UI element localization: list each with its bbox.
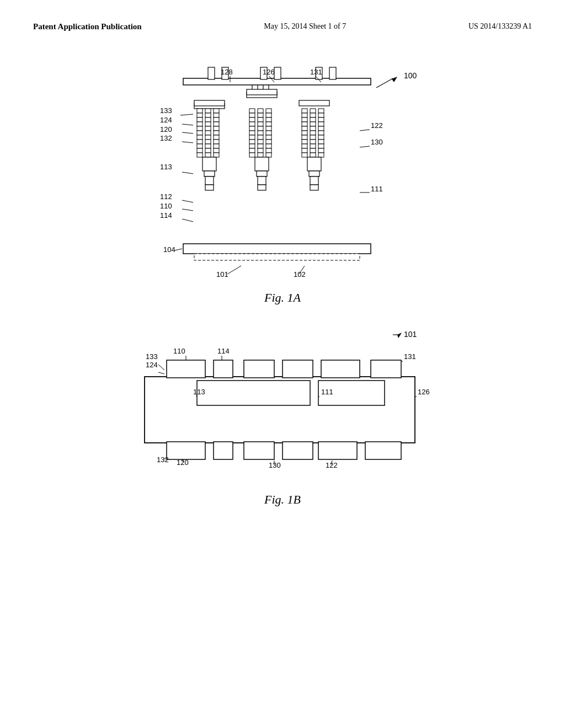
svg-rect-109 [318, 135, 324, 140]
svg-line-143 [180, 114, 193, 115]
svg-line-10 [175, 249, 182, 250]
svg-rect-84 [266, 153, 271, 157]
svg-rect-176 [214, 442, 233, 459]
svg-rect-92 [302, 113, 307, 117]
svg-text:101: 101 [216, 270, 228, 279]
svg-text:114: 114 [217, 347, 230, 355]
svg-text:131: 131 [404, 352, 416, 361]
svg-rect-43 [205, 153, 211, 157]
svg-rect-130 [274, 67, 281, 79]
figure-1b: 133 124 110 114 131 126 113 [111, 344, 454, 487]
svg-text:124: 124 [160, 116, 172, 124]
svg-rect-37 [205, 144, 211, 148]
svg-rect-48 [205, 185, 214, 190]
svg-rect-47 [205, 176, 214, 185]
svg-line-161 [360, 130, 370, 131]
svg-text:113: 113 [193, 388, 205, 396]
svg-rect-35 [214, 140, 219, 144]
svg-rect-72 [266, 135, 271, 140]
svg-rect-173 [197, 381, 310, 405]
svg-rect-46 [204, 171, 215, 176]
svg-rect-62 [258, 122, 263, 126]
svg-rect-117 [310, 148, 316, 153]
svg-line-184 [158, 372, 164, 374]
svg-rect-22 [205, 122, 211, 126]
svg-rect-20 [214, 117, 219, 122]
fig1b-caption: Fig. 1B [264, 493, 301, 507]
svg-text:112: 112 [160, 192, 172, 201]
svg-text:132: 132 [157, 456, 169, 464]
svg-rect-4 [194, 254, 360, 260]
svg-rect-73 [249, 140, 255, 144]
svg-rect-53 [258, 109, 263, 113]
patent-label: Patent Application Publication [33, 22, 142, 31]
figure-1a: 100 101 102 104 [111, 48, 454, 285]
svg-rect-135 [299, 100, 329, 106]
svg-rect-76 [249, 144, 255, 148]
svg-rect-57 [266, 113, 271, 117]
svg-rect-169 [244, 360, 274, 378]
svg-rect-93 [310, 113, 316, 117]
svg-text:120: 120 [177, 458, 189, 467]
svg-rect-171 [321, 360, 360, 378]
svg-rect-124 [310, 176, 318, 185]
svg-line-182 [158, 365, 164, 370]
svg-rect-56 [258, 113, 263, 117]
svg-rect-83 [258, 153, 263, 157]
svg-rect-107 [302, 135, 307, 140]
svg-rect-58 [249, 117, 255, 122]
svg-rect-98 [302, 122, 307, 126]
svg-rect-74 [258, 140, 263, 144]
svg-rect-78 [266, 144, 271, 148]
svg-rect-54 [266, 109, 271, 113]
svg-line-153 [182, 200, 193, 202]
svg-rect-110 [302, 140, 307, 144]
svg-rect-106 [318, 131, 324, 135]
svg-rect-41 [214, 148, 219, 153]
svg-rect-69 [266, 131, 271, 135]
svg-rect-67 [249, 131, 255, 135]
svg-rect-94 [318, 113, 324, 117]
svg-rect-102 [310, 126, 316, 131]
svg-rect-81 [266, 148, 271, 153]
svg-rect-172 [371, 360, 401, 378]
svg-text:120: 120 [160, 125, 172, 133]
svg-text:102: 102 [294, 270, 306, 279]
svg-rect-115 [318, 144, 324, 148]
svg-rect-39 [197, 148, 202, 153]
svg-rect-120 [310, 153, 316, 157]
svg-rect-28 [205, 131, 211, 135]
svg-text:110: 110 [173, 347, 185, 355]
svg-rect-38 [214, 144, 219, 148]
svg-line-1 [376, 80, 390, 88]
svg-line-157 [182, 219, 193, 222]
svg-rect-116 [302, 148, 307, 153]
svg-rect-90 [310, 109, 316, 113]
svg-rect-178 [282, 442, 313, 459]
svg-rect-101 [302, 126, 307, 131]
svg-rect-82 [249, 153, 255, 157]
svg-rect-125 [310, 185, 318, 190]
svg-rect-170 [282, 360, 313, 378]
svg-rect-113 [302, 144, 307, 148]
svg-rect-79 [249, 148, 255, 153]
svg-rect-3 [183, 244, 371, 254]
svg-rect-42 [197, 153, 202, 157]
svg-rect-26 [214, 126, 219, 131]
svg-rect-12 [197, 109, 202, 113]
svg-rect-18 [197, 117, 202, 122]
svg-line-155 [182, 209, 193, 211]
svg-rect-61 [249, 122, 255, 126]
svg-rect-21 [197, 122, 202, 126]
svg-line-149 [182, 142, 193, 143]
svg-rect-111 [310, 140, 316, 144]
svg-rect-45 [202, 157, 216, 171]
svg-rect-91 [318, 109, 324, 113]
svg-rect-44 [214, 153, 219, 157]
svg-rect-68 [258, 131, 263, 135]
svg-rect-177 [244, 442, 274, 459]
svg-rect-33 [197, 140, 202, 144]
svg-rect-77 [258, 144, 263, 148]
svg-rect-52 [249, 109, 255, 113]
svg-rect-40 [205, 148, 211, 153]
